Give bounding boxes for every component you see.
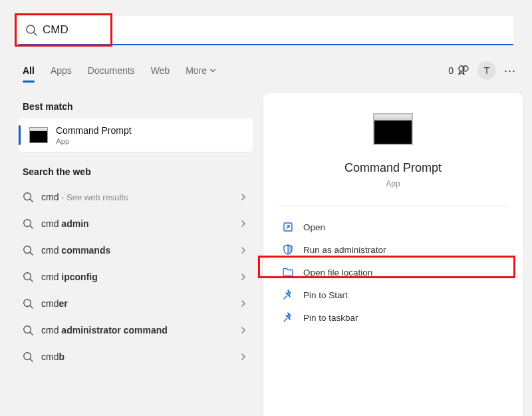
- web-result-label: cmd admin: [41, 218, 89, 229]
- chevron-right-icon: [239, 246, 247, 254]
- search-icon: [25, 24, 37, 36]
- chevron-down-icon: [209, 67, 216, 74]
- web-result-item[interactable]: cmd ipconfig: [19, 264, 253, 290]
- web-result-item[interactable]: cmd - See web results: [19, 184, 253, 210]
- search-icon: [23, 218, 33, 229]
- search-box[interactable]: [19, 16, 513, 45]
- action-label: Open: [303, 222, 325, 232]
- search-input[interactable]: [43, 16, 507, 44]
- action-label: Pin to taskbar: [303, 313, 358, 323]
- tab-documents[interactable]: Documents: [88, 65, 135, 76]
- tab-web[interactable]: Web: [151, 65, 170, 76]
- web-result-label: cmdb: [41, 351, 65, 362]
- folder-icon: [282, 266, 294, 278]
- best-match-subtitle: App: [56, 137, 132, 145]
- action-label: Open file location: [303, 268, 372, 278]
- more-options-button[interactable]: ···: [504, 64, 516, 78]
- action-label: Run as administrator: [303, 245, 386, 255]
- avatar[interactable]: T: [477, 61, 496, 80]
- details-title: Command Prompt: [278, 161, 508, 175]
- chevron-right-icon: [239, 300, 247, 308]
- rewards-count: 0: [448, 65, 454, 76]
- tab-all[interactable]: All: [23, 65, 35, 76]
- best-match-title: Command Prompt: [56, 125, 132, 136]
- details-actions: OpenRun as administratorOpen file locati…: [278, 216, 508, 329]
- tab-apps[interactable]: Apps: [51, 65, 72, 76]
- command-prompt-icon: [373, 113, 413, 145]
- rewards-button[interactable]: 0: [448, 65, 469, 77]
- details-panel: Command Prompt App OpenRun as administra…: [263, 93, 523, 416]
- chevron-right-icon: [239, 193, 247, 201]
- search-icon: [23, 325, 33, 335]
- results-left-column: Best match Command Prompt App Search the…: [19, 93, 253, 416]
- web-result-item[interactable]: cmdb: [19, 343, 253, 370]
- divider: [278, 206, 508, 206]
- action-open-file-location[interactable]: Open file location: [278, 261, 508, 284]
- pin-icon: [282, 289, 294, 301]
- header-right: 0 T ···: [448, 59, 516, 83]
- chevron-right-icon: [239, 220, 247, 228]
- details-subtitle: App: [278, 179, 508, 188]
- web-result-item[interactable]: cmder: [19, 290, 253, 317]
- pin-icon: [282, 312, 294, 323]
- command-prompt-icon: [29, 127, 48, 143]
- chevron-right-icon: [239, 353, 247, 361]
- search-tabs: All Apps Documents Web More: [23, 59, 216, 83]
- web-result-item[interactable]: cmd admin: [19, 210, 253, 237]
- web-result-label: cmd ipconfig: [41, 272, 98, 282]
- action-open[interactable]: Open: [278, 216, 508, 238]
- best-match-result[interactable]: Command Prompt App: [19, 118, 253, 152]
- tab-more[interactable]: More: [186, 65, 216, 76]
- web-result-label: cmd commands: [41, 245, 110, 256]
- web-result-label: cmd administrator command: [41, 325, 168, 335]
- action-run-as-administrator[interactable]: Run as administrator: [278, 238, 508, 261]
- best-match-heading: Best match: [23, 101, 249, 112]
- web-result-item[interactable]: cmd commands: [19, 237, 253, 264]
- search-web-heading: Search the web: [23, 166, 249, 177]
- action-pin-to-start[interactable]: Pin to Start: [278, 284, 508, 306]
- tab-more-label: More: [186, 65, 207, 76]
- search-icon: [23, 351, 33, 362]
- action-label: Pin to Start: [303, 290, 348, 300]
- shield-icon: [282, 244, 294, 256]
- rewards-icon: [458, 65, 469, 77]
- chevron-right-icon: [239, 273, 247, 281]
- web-result-label: cmder: [41, 298, 68, 309]
- search-icon: [23, 192, 33, 202]
- web-result-item[interactable]: cmd administrator command: [19, 317, 253, 343]
- search-icon: [23, 245, 33, 256]
- search-icon: [23, 298, 33, 309]
- action-pin-to-taskbar[interactable]: Pin to taskbar: [278, 306, 508, 329]
- open-icon: [282, 221, 294, 233]
- web-result-label: cmd - See web results: [41, 192, 128, 202]
- best-match-text: Command Prompt App: [56, 125, 132, 145]
- web-results-list: cmd - See web resultscmd admincmd comman…: [19, 184, 253, 370]
- search-icon: [23, 272, 33, 282]
- chevron-right-icon: [239, 326, 247, 334]
